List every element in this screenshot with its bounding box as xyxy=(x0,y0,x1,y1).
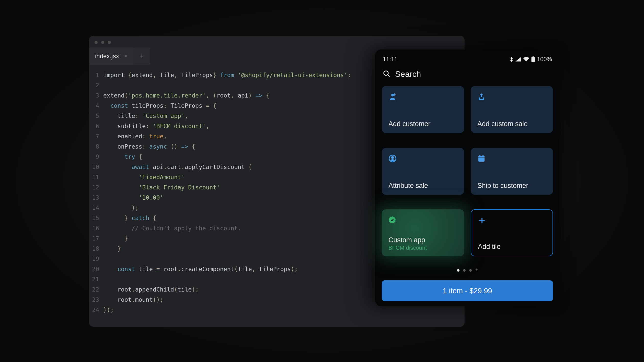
window-traffic-lights xyxy=(89,36,465,47)
cart-label: 1 item - $29.99 xyxy=(443,287,492,295)
page-dot xyxy=(463,269,466,272)
search-button[interactable]: Search xyxy=(382,64,553,86)
editor-tab-active[interactable]: index.jsx × xyxy=(89,47,133,65)
tile-grid: Add customerAdd custom saleAttribute sal… xyxy=(382,86,553,264)
svg-point-2 xyxy=(384,71,388,75)
svg-rect-12 xyxy=(479,155,480,157)
tile-add-tile[interactable]: Add tile xyxy=(471,209,553,256)
svg-rect-1 xyxy=(533,56,534,57)
cart-button[interactable]: 1 item - $29.99 xyxy=(382,280,553,301)
tile-title: Attribute sale xyxy=(388,182,457,190)
tile-title: Add custom sale xyxy=(477,120,546,128)
person-icon xyxy=(388,93,457,103)
device-preview: 11:11 100% Search Add customerAdd custom… xyxy=(375,50,560,306)
tile-custom-app[interactable]: Custom appBFCM discount xyxy=(382,209,464,256)
battery-icon xyxy=(531,56,535,62)
page-dot xyxy=(469,269,472,272)
svg-line-3 xyxy=(388,75,390,77)
tile-add-customer[interactable]: Add customer xyxy=(382,86,464,133)
tile-ship-to-customer[interactable]: Ship to customer xyxy=(471,148,553,195)
close-icon[interactable]: × xyxy=(124,53,127,59)
page-dot xyxy=(457,269,459,272)
window-minimize-dot[interactable] xyxy=(101,41,104,44)
tile-attribute-sale[interactable]: Attribute sale xyxy=(382,148,464,195)
line-gutter: 123456789101112131415161718192021222324 xyxy=(89,70,103,315)
window-close-dot[interactable] xyxy=(95,41,98,44)
status-bar: 11:11 100% xyxy=(382,55,553,64)
cellular-icon xyxy=(515,57,521,62)
bluetooth-icon xyxy=(509,56,513,62)
tile-title: Add customer xyxy=(388,120,457,128)
svg-point-8 xyxy=(392,156,394,159)
person-circle-icon xyxy=(388,154,457,165)
calendar-icon xyxy=(477,154,546,165)
svg-rect-0 xyxy=(532,57,535,62)
plus-icon xyxy=(478,216,546,227)
search-label: Search xyxy=(395,69,421,79)
badge-icon xyxy=(388,216,457,226)
status-time: 11:11 xyxy=(383,56,398,63)
svg-rect-11 xyxy=(478,156,485,157)
new-tab-button[interactable]: + xyxy=(133,47,150,65)
tile-title: Custom app xyxy=(388,236,457,244)
tile-title: Add tile xyxy=(478,243,546,251)
page-indicator[interactable]: + xyxy=(382,264,553,274)
tile-add-custom-sale[interactable]: Add custom sale xyxy=(471,86,553,133)
svg-rect-13 xyxy=(482,155,484,157)
svg-rect-6 xyxy=(393,94,396,95)
wifi-icon xyxy=(523,57,529,62)
window-zoom-dot[interactable] xyxy=(108,41,111,44)
add-page-icon[interactable]: + xyxy=(475,268,478,272)
tile-title: Ship to customer xyxy=(477,182,546,190)
code-area[interactable]: import {extend, Tile, TileProps} from '@… xyxy=(103,70,351,315)
battery-text: 100% xyxy=(537,56,552,63)
upload-icon xyxy=(477,93,546,103)
tile-subtitle: BFCM discount xyxy=(388,245,457,251)
tab-label: index.jsx xyxy=(95,53,119,60)
search-icon xyxy=(383,70,390,79)
